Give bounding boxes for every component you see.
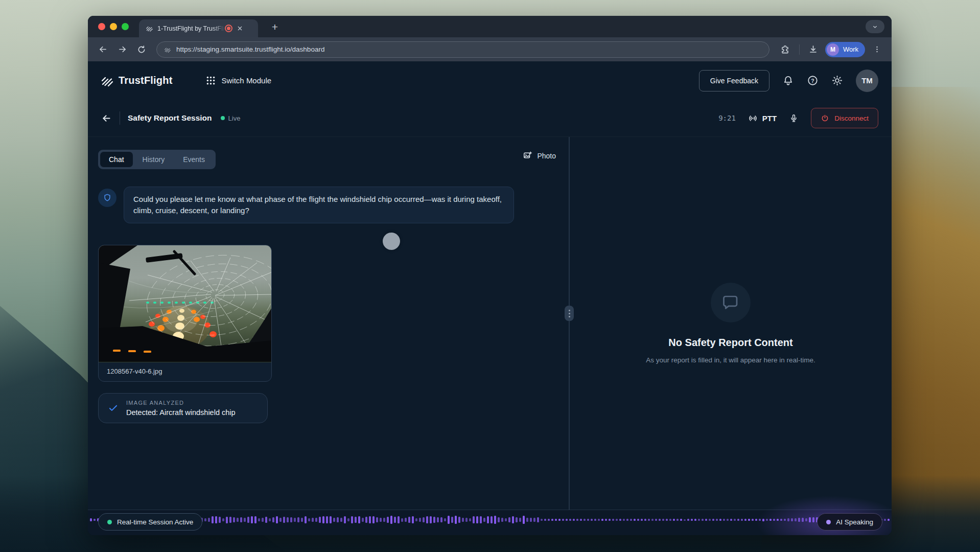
broadcast-icon bbox=[748, 113, 758, 123]
photo-button-label: Photo bbox=[537, 152, 556, 160]
session-timer: 9:21 bbox=[718, 114, 736, 122]
power-icon bbox=[821, 114, 829, 123]
help-icon[interactable]: ? bbox=[807, 75, 819, 86]
url-bar[interactable]: https://staging.smartsuite.trustflight.i… bbox=[156, 41, 769, 58]
grid-icon bbox=[205, 75, 216, 86]
brand-name: TrustFlight bbox=[119, 75, 173, 86]
live-dot-icon bbox=[221, 116, 225, 120]
site-favicon-icon bbox=[164, 46, 171, 53]
user-avatar[interactable]: TM bbox=[856, 70, 878, 92]
ai-speaking-pill: AI Speaking bbox=[817, 513, 882, 531]
browser-tab[interactable]: 1-TrustFlight by TrustFligh bbox=[139, 19, 258, 37]
forward-nav-icon[interactable] bbox=[114, 42, 130, 57]
photo-button[interactable]: Photo bbox=[523, 151, 556, 160]
switch-module-button[interactable]: Switch Module bbox=[205, 75, 272, 86]
disconnect-label: Disconnect bbox=[834, 114, 869, 122]
live-label: Live bbox=[228, 114, 241, 122]
empty-state-circle bbox=[711, 283, 751, 323]
ai-speaking-dot-icon bbox=[826, 520, 831, 524]
status-bar: Real-time Session Active AI Speaking bbox=[88, 510, 892, 535]
empty-state-subtitle: As your report is filled in, it will app… bbox=[646, 356, 815, 364]
profile-label: Work bbox=[843, 45, 858, 53]
url-text: https://staging.smartsuite.trustflight.i… bbox=[176, 45, 324, 53]
desktop: 1-TrustFlight by TrustFligh + bbox=[0, 0, 980, 552]
chat-tabs: Chat History Events bbox=[98, 150, 216, 169]
session-status-pill: Real-time Session Active bbox=[98, 513, 202, 531]
waveform bbox=[90, 515, 890, 525]
content-area: Chat History Events bbox=[88, 137, 892, 510]
session-bar: Safety Report Session Live 9:21 bbox=[88, 100, 892, 137]
session-divider bbox=[120, 111, 120, 125]
window-close-button[interactable] bbox=[98, 23, 105, 30]
report-panel: No Safety Report Content As your report … bbox=[570, 137, 892, 510]
tab-search-chevron-icon[interactable] bbox=[866, 20, 884, 33]
session-active-dot-icon bbox=[107, 520, 112, 524]
chat-message-row: Could you please let me know at what pha… bbox=[98, 187, 558, 223]
mouse-cursor-dot bbox=[383, 233, 400, 250]
window-zoom-button[interactable] bbox=[122, 23, 129, 30]
tab-chat[interactable]: Chat bbox=[100, 152, 133, 167]
toolbar-separator bbox=[799, 44, 800, 55]
tab-close-icon[interactable] bbox=[237, 26, 243, 31]
ptt-button[interactable]: PTT bbox=[748, 113, 777, 123]
assistant-avatar bbox=[98, 189, 116, 207]
downloads-icon[interactable] bbox=[806, 42, 821, 57]
traffic-lights bbox=[98, 23, 129, 30]
tab-title: 1-TrustFlight by TrustFligh bbox=[157, 25, 225, 32]
notifications-bell-icon[interactable] bbox=[782, 75, 794, 86]
trustflight-app: TrustFlight Switch Module Give Feedback bbox=[88, 61, 892, 535]
shield-icon bbox=[103, 193, 112, 202]
switch-module-label: Switch Module bbox=[222, 76, 272, 85]
disconnect-button[interactable]: Disconnect bbox=[811, 108, 878, 128]
image-plus-icon bbox=[523, 151, 532, 160]
back-nav-icon[interactable] bbox=[95, 42, 110, 57]
analysis-label: IMAGE ANALYZED bbox=[126, 400, 236, 406]
speech-bubble-icon bbox=[721, 293, 740, 312]
window-minimize-button[interactable] bbox=[110, 23, 117, 30]
profile-avatar: M bbox=[827, 43, 839, 56]
empty-state-title: No Safety Report Content bbox=[668, 337, 792, 349]
session-title: Safety Report Session bbox=[128, 113, 212, 123]
chat-panel: Chat History Events bbox=[88, 137, 569, 510]
live-badge: Live bbox=[221, 114, 241, 122]
tab-history[interactable]: History bbox=[134, 152, 174, 167]
microphone-icon[interactable] bbox=[789, 113, 799, 123]
image-filename: 1208567-v40-6.jpg bbox=[99, 362, 271, 381]
browser-window: 1-TrustFlight by TrustFligh + bbox=[88, 16, 892, 535]
reload-icon[interactable] bbox=[134, 42, 149, 57]
attached-image-card[interactable]: 1208567-v40-6.jpg bbox=[98, 245, 272, 382]
give-feedback-button[interactable]: Give Feedback bbox=[699, 70, 769, 91]
check-icon bbox=[108, 403, 119, 413]
browser-menu-kebab-icon[interactable] bbox=[869, 42, 884, 57]
panel-divider[interactable] bbox=[569, 137, 570, 510]
ai-speaking-label: AI Speaking bbox=[836, 518, 873, 526]
browser-tab-strip: 1-TrustFlight by TrustFligh + bbox=[88, 16, 892, 37]
browser-profile-button[interactable]: M Work bbox=[825, 42, 865, 57]
browser-toolbar: https://staging.smartsuite.trustflight.i… bbox=[88, 37, 892, 61]
chat-message-bubble: Could you please let me know at what pha… bbox=[124, 187, 514, 223]
trustflight-logo-icon bbox=[101, 75, 113, 87]
ptt-label: PTT bbox=[762, 114, 777, 123]
tab-favicon-icon bbox=[146, 25, 153, 32]
divider-drag-handle[interactable] bbox=[565, 306, 574, 321]
recording-indicator-icon bbox=[225, 25, 232, 32]
new-tab-button[interactable]: + bbox=[268, 20, 282, 34]
extensions-icon[interactable] bbox=[778, 42, 793, 57]
windshield-photo bbox=[99, 245, 271, 362]
svg-text:?: ? bbox=[811, 78, 814, 84]
theme-toggle-sun-icon[interactable] bbox=[831, 75, 843, 86]
back-button-icon[interactable] bbox=[101, 113, 112, 124]
brand[interactable]: TrustFlight bbox=[101, 75, 173, 87]
tab-events[interactable]: Events bbox=[174, 152, 214, 167]
image-analysis-card: IMAGE ANALYZED Detected: Aircraft windsh… bbox=[98, 393, 268, 423]
session-status-label: Real-time Session Active bbox=[117, 518, 193, 526]
analysis-detected: Detected: Aircraft windshield chip bbox=[126, 408, 236, 417]
app-header: TrustFlight Switch Module Give Feedback bbox=[88, 61, 892, 100]
